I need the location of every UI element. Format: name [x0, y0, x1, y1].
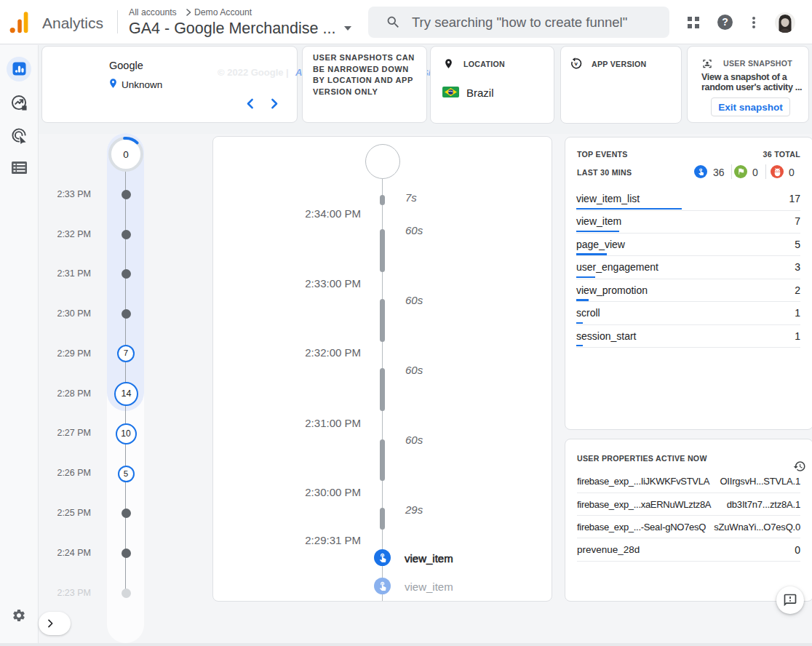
svg-text:0: 0 [123, 149, 129, 160]
svg-text:v: v [574, 60, 578, 67]
